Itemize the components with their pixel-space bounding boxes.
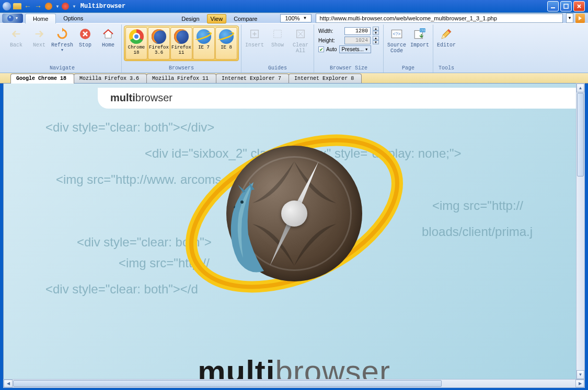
clear-icon [293,27,308,41]
tab-design[interactable]: Design [174,14,206,23]
firefox-fox-icon [217,177,290,281]
stop-icon [78,27,93,41]
page-viewport: multibrowser <div style="clear: both"></… [3,83,585,380]
ribbon: Back Next Refresh ▼ Stop Home Navigate [0,23,588,73]
svg-point-2 [7,15,14,21]
titlebar: ← → ▼ ▼ Multibrowser [0,0,588,13]
source-code-button[interactable]: <?> Source Code [386,26,408,55]
window-maximize-button[interactable] [560,1,572,11]
bg-code-text: bloads/client/prima.j [422,224,533,239]
source-code-icon: <?> [389,27,404,41]
chevron-down-icon: ▼ [303,16,307,20]
stop-button[interactable]: Stop [74,26,96,49]
content-tab-firefox11[interactable]: Mozilla Firefox 11 [146,74,216,84]
qat-back-icon[interactable]: ← [23,2,32,11]
auto-label: Auto [326,46,337,52]
insert-button[interactable]: Insert [244,26,266,49]
browser-chrome-button[interactable]: Chrome 18 [125,27,147,60]
ribbon-group-page: <?> Source Code CSS Import Page [384,25,433,73]
width-label: Width: [318,28,342,34]
width-spin-up[interactable]: ▲ [373,27,379,31]
zoom-select[interactable]: 100% ▼ [280,14,312,22]
browser-firefox36-button[interactable]: Firefox 3.6 [148,27,170,60]
clear-all-button[interactable]: Clear All [290,26,312,55]
height-spin-up[interactable]: ▲ [373,36,379,40]
window-minimize-button[interactable] [547,1,559,11]
firefox-icon [174,29,189,44]
svg-rect-1 [564,4,568,8]
svg-point-3 [9,16,11,18]
scroll-left-button[interactable]: ◀ [4,380,13,387]
ribbon-group-guides: Insert Show Clear All Guides [241,25,314,73]
editor-button[interactable]: Editor [435,26,457,49]
import-button[interactable]: CSS Import [409,26,431,49]
open-folder-icon[interactable] [13,2,22,11]
auto-checkbox[interactable]: ✔ [318,46,324,52]
tab-options[interactable]: Options [56,14,90,23]
ie-icon [197,29,211,44]
height-input[interactable] [344,37,371,44]
show-icon [270,27,285,41]
bg-code-text: <div style="clear: both"></d [45,282,198,297]
qat-refresh-icon[interactable] [44,2,53,11]
pencil-icon [439,27,454,41]
qat-stop-icon[interactable] [61,2,70,11]
show-button[interactable]: Show [267,26,289,49]
ribbon-group-browsers: Chrome 18 Firefox 3.6 Firefox 11 IE 7 IE… [122,25,241,73]
arrow-left-icon [9,27,24,41]
horizontal-scroll-thumb[interactable] [13,380,442,387]
window-title: Multibrowser [80,3,547,10]
window-close-button[interactable] [573,1,585,11]
firefox-icon [152,29,166,44]
back-button[interactable]: Back [5,26,27,49]
tab-home[interactable]: Home [25,14,56,23]
horizontal-scrollbar[interactable]: ◀ ▶ [3,379,585,388]
vertical-scrollbar[interactable]: ▲ ▼ [576,83,585,380]
svg-text:<?>: <?> [393,31,401,37]
arrow-right-icon [32,27,47,41]
svg-rect-6 [274,30,282,38]
ribbon-group-browser-size: Width: ▲▼ Height: ▲▼ ✔ Auto Presets... ▼… [314,25,384,73]
chrome-icon [129,29,144,44]
qat-forward-icon[interactable]: → [33,2,43,11]
browser-firefox11-button[interactable]: Firefox 11 [170,27,192,60]
refresh-icon [55,27,70,41]
height-spin-down[interactable]: ▼ [373,40,379,44]
browser-ie7-button[interactable]: IE 7 [193,27,215,60]
bg-code-text: <img src="http:// [432,198,523,213]
svg-text:CSS: CSS [420,29,425,32]
home-icon [101,27,116,41]
home-button[interactable]: Home [97,26,119,49]
content-tab-chrome[interactable]: Google Chrome 18 [10,74,74,84]
tab-view[interactable]: View [207,14,227,23]
content-tab-firefox36[interactable]: Mozilla Firefox 3.6 [74,74,147,84]
width-input[interactable] [344,27,371,35]
vertical-scroll-thumb[interactable] [577,93,584,176]
import-icon: CSS [412,27,427,41]
qat-dropdown2-icon[interactable]: ▼ [72,4,76,9]
tab-compare[interactable]: Compare [226,14,264,23]
next-button[interactable]: Next [28,26,50,49]
browser-ie8-button[interactable]: IE 8 [215,27,237,60]
scroll-right-button[interactable]: ▶ [575,380,584,387]
qat-dropdown-icon[interactable]: ▼ [55,4,60,9]
url-dropdown-button[interactable]: ▼ [566,13,573,23]
page-content: multibrowser <div style="clear: both"></… [4,84,584,379]
width-spin-down[interactable]: ▼ [373,31,379,35]
refresh-button[interactable]: Refresh ▼ [51,26,73,53]
presets-button[interactable]: Presets... ▼ [339,45,371,53]
svg-point-15 [240,200,244,204]
go-button[interactable] [575,14,585,23]
scroll-down-button[interactable]: ▼ [577,370,584,379]
height-label: Height: [318,38,342,43]
url-input[interactable]: http://www.multi-browser.com/web/welcome… [316,14,563,23]
content-tab-ie8[interactable]: Internet Explorer 8 [289,74,362,84]
top-nav: ▼ Home Options Design View Compare 100% … [0,13,588,23]
content-tab-ie7[interactable]: Internet Explorer 7 [216,74,289,84]
insert-icon [247,27,262,41]
app-globe-icon[interactable] [2,2,11,11]
scroll-up-button[interactable]: ▲ [577,84,584,92]
ribbon-group-navigate: Back Next Refresh ▼ Stop Home Navigate [3,25,122,73]
page-big-logo: multibrowser [198,353,390,379]
app-menu-button[interactable]: ▼ [2,14,23,23]
